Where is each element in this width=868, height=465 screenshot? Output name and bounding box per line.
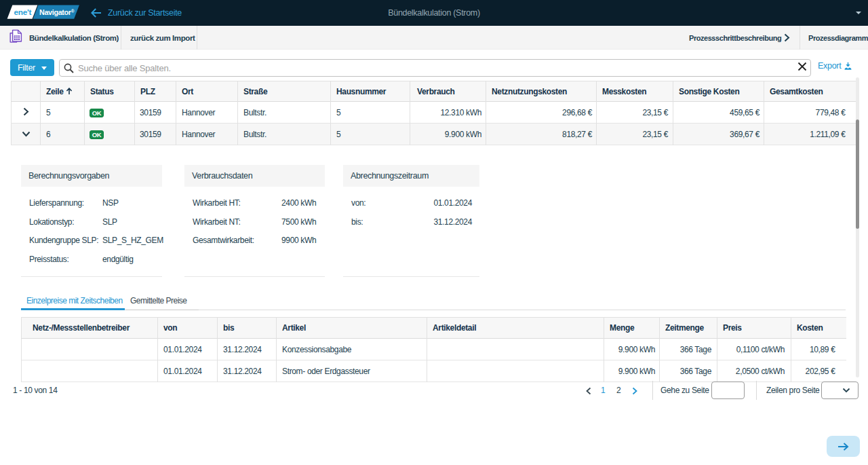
svg-text:ene't: ene't bbox=[14, 7, 32, 17]
svg-text:Navigator®: Navigator® bbox=[39, 8, 75, 16]
